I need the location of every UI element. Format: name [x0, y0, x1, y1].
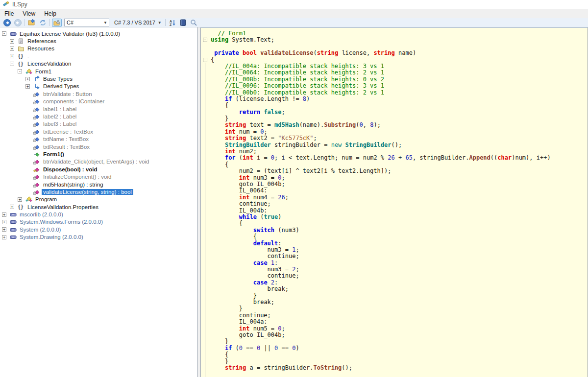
collapse-icon[interactable]: -	[10, 62, 14, 66]
open-file-icon[interactable]	[27, 19, 37, 27]
tree-expander[interactable]: +	[25, 77, 33, 81]
tree-expander[interactable]: +	[2, 227, 10, 232]
tree-item[interactable]: Dispose(bool) : void	[0, 165, 197, 173]
tree-item[interactable]: Form1()	[0, 150, 197, 158]
sort-assemblies-icon[interactable]: AZ	[168, 19, 177, 27]
tree-expander[interactable]: -	[10, 62, 18, 66]
expand-icon[interactable]: +	[2, 227, 6, 232]
tree-item[interactable]: txtLicense : TextBox	[0, 128, 197, 135]
tree-item-label[interactable]: mscorlib (2.0.0.0)	[18, 212, 65, 217]
tree-item-label[interactable]: System (2.0.0.0)	[18, 227, 62, 233]
tree-expander[interactable]: +	[2, 235, 10, 239]
tree-item[interactable]: +System (2.0.0.0)	[0, 226, 197, 233]
tree-item-label[interactable]: label1 : Label	[42, 106, 78, 112]
tree-item-label[interactable]: Dispose(bool) : void	[42, 166, 99, 172]
tree-item-label[interactable]: Resources	[26, 46, 56, 51]
tree-item[interactable]: +{}-	[0, 52, 197, 60]
expand-icon[interactable]: +	[2, 235, 6, 239]
tree-item-label[interactable]: components : IContainer	[42, 98, 106, 104]
tree-item-label[interactable]: LicenseValidation	[26, 61, 73, 67]
fold-collapse-icon[interactable]: -	[203, 38, 207, 42]
tree-item-label[interactable]: btnValidate : Button	[42, 91, 94, 97]
tree-item-label[interactable]: -	[26, 53, 31, 59]
menu-view[interactable]: View	[18, 9, 40, 18]
tree-item[interactable]: +mscorlib (2.0.0.0)	[0, 211, 197, 218]
tree-item[interactable]: txtResult : TextBox	[0, 143, 197, 150]
tree-expander[interactable]: +	[10, 205, 18, 209]
expand-icon[interactable]: +	[10, 47, 14, 51]
expand-icon[interactable]: +	[10, 54, 14, 58]
tree-item[interactable]: +System.Drawing (2.0.0.0)	[0, 234, 197, 241]
tree-item[interactable]: label3 : Label	[0, 120, 197, 128]
tree-item[interactable]: btnValidate : Button	[0, 90, 197, 97]
tree-item-label[interactable]: Equihax License Validator (fu3) (1.0.0.0…	[18, 31, 122, 37]
tree-item[interactable]: +Resources	[0, 45, 197, 52]
tree-item-label[interactable]: md5Hash(string) : string	[42, 182, 105, 188]
tree-item[interactable]: +System.Windows.Forms (2.0.0.0)	[0, 218, 197, 226]
tree-item[interactable]: +References	[0, 37, 197, 45]
expand-icon[interactable]: +	[2, 220, 6, 224]
tree-item-label[interactable]: label2 : Label	[42, 114, 78, 119]
tree-item[interactable]: -{}LicenseValidation	[0, 60, 197, 68]
tree-item-label[interactable]: Base Types	[42, 76, 74, 82]
reload-icon[interactable]	[38, 19, 48, 27]
compiler-version-select[interactable]: C# 7.3 / VS 2017 ▼	[112, 19, 164, 26]
fold-collapse-icon[interactable]: -	[203, 58, 207, 62]
expand-icon[interactable]: +	[25, 77, 30, 81]
tree-expander[interactable]: +	[18, 197, 25, 202]
menu-help[interactable]: Help	[40, 9, 61, 18]
expand-icon[interactable]: +	[10, 39, 14, 44]
back-icon[interactable]	[2, 19, 12, 27]
tree-item-label[interactable]: validateLicense(string, string) : bool	[42, 189, 133, 195]
tree-item-label[interactable]: References	[26, 38, 58, 44]
tree-item-label[interactable]: Form1()	[42, 151, 66, 157]
collapse-icon[interactable]: -	[18, 69, 22, 73]
tree-item[interactable]: md5Hash(string) : string	[0, 181, 197, 188]
tree-item-label[interactable]: txtResult : TextBox	[42, 144, 91, 150]
tree-item[interactable]: -Equihax License Validator (fu3) (1.0.0.…	[0, 30, 197, 37]
tree-item-label[interactable]: Derived Types	[42, 83, 80, 89]
tree-item[interactable]: btnValidate_Click(object, EventArgs) : v…	[0, 158, 197, 165]
tree-expander[interactable]: +	[10, 47, 18, 51]
tree-item[interactable]: +Program	[0, 196, 197, 203]
tree-item-label[interactable]: LicenseValidation.Properties	[26, 204, 100, 210]
open-from-gac-icon[interactable]	[52, 19, 62, 27]
code-token: //IL_0064: Incompatible stack heights: 2…	[225, 69, 384, 76]
tree-item-label[interactable]: txtName : TextBox	[42, 136, 90, 142]
tree-expander[interactable]: -	[18, 69, 25, 73]
tree-expander[interactable]: +	[10, 54, 18, 58]
collapse-icon[interactable]: -	[2, 31, 6, 36]
menu-file[interactable]: File	[0, 9, 18, 18]
tree-expander[interactable]: +	[2, 220, 10, 224]
tree-expander[interactable]: -	[2, 31, 10, 36]
tree-item[interactable]: InitializeComponent() : void	[0, 173, 197, 180]
tree-item-label[interactable]: Program	[34, 196, 58, 202]
tree-expander[interactable]: +	[25, 84, 33, 89]
tree-item[interactable]: +Base Types	[0, 75, 197, 82]
tree-item-label[interactable]: System.Windows.Forms (2.0.0.0)	[18, 219, 104, 225]
tree-item[interactable]: label1 : Label	[0, 105, 197, 113]
forward-icon[interactable]	[13, 19, 23, 27]
tree-item-label[interactable]: label3 : Label	[42, 121, 78, 127]
expand-icon[interactable]: +	[25, 84, 30, 89]
tree-item[interactable]: components : IContainer	[0, 98, 197, 105]
wordwrap-book-icon[interactable]	[178, 19, 188, 27]
expand-icon[interactable]: +	[10, 205, 14, 209]
tree-item[interactable]: validateLicense(string, string) : bool	[0, 188, 197, 195]
expand-icon[interactable]: +	[18, 197, 22, 202]
tree-item[interactable]: +{}LicenseValidation.Properties	[0, 203, 197, 211]
expand-icon[interactable]: +	[2, 212, 6, 217]
tree-expander[interactable]: +	[2, 212, 10, 217]
tree-item[interactable]: label2 : Label	[0, 113, 197, 120]
tree-item[interactable]: txtName : TextBox	[0, 135, 197, 142]
search-icon[interactable]	[189, 19, 199, 27]
tree-item-label[interactable]: btnValidate_Click(object, EventArgs) : v…	[42, 159, 150, 165]
tree-item-label[interactable]: Form1	[34, 69, 53, 74]
tree-item[interactable]: -Form1	[0, 68, 197, 75]
tree-item-label[interactable]: System.Drawing (2.0.0.0)	[18, 234, 85, 240]
tree-item-label[interactable]: InitializeComponent() : void	[42, 174, 113, 180]
tree-item-label[interactable]: txtLicense : TextBox	[42, 129, 95, 135]
tree-expander[interactable]: +	[10, 39, 18, 44]
tree-item[interactable]: +Derived Types	[0, 83, 197, 90]
language-select[interactable]: C# ▼	[64, 19, 109, 26]
